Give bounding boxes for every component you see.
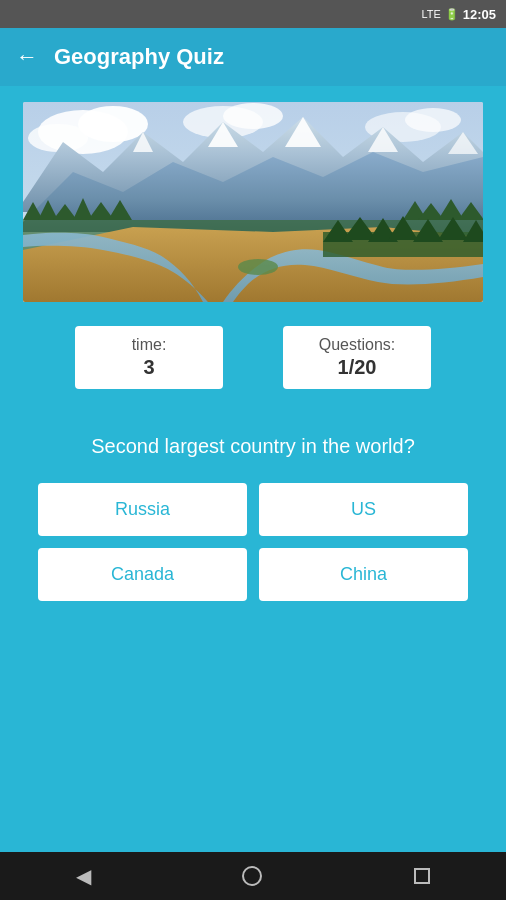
back-nav-icon[interactable]: ◀ <box>76 864 91 888</box>
battery-icon: 🔋 <box>445 8 459 21</box>
page-title: Geography Quiz <box>54 44 224 70</box>
questions-label: Questions: <box>319 336 395 354</box>
question-text: Second largest country in the world? <box>91 433 415 459</box>
quiz-image <box>23 102 483 302</box>
time-label: time: <box>132 336 167 354</box>
lte-icon: LTE <box>421 8 440 20</box>
home-nav-icon[interactable] <box>242 866 262 886</box>
answer-button-1[interactable]: US <box>259 483 468 536</box>
questions-box: Questions: 1/20 <box>283 326 431 389</box>
status-bar: LTE 🔋 12:05 <box>0 0 506 28</box>
answer-button-2[interactable]: Canada <box>38 548 247 601</box>
questions-value: 1/20 <box>338 356 377 379</box>
status-time: 12:05 <box>463 7 496 22</box>
answer-button-3[interactable]: China <box>259 548 468 601</box>
main-content: time: 3 Questions: 1/20 Second largest c… <box>0 86 506 852</box>
svg-point-2 <box>78 106 148 142</box>
recent-nav-icon[interactable] <box>414 868 430 884</box>
time-box: time: 3 <box>75 326 223 389</box>
time-value: 3 <box>143 356 154 379</box>
svg-point-3 <box>28 124 88 152</box>
svg-point-5 <box>223 103 283 129</box>
status-icons: LTE 🔋 12:05 <box>421 7 496 22</box>
back-button[interactable]: ← <box>16 44 38 70</box>
nav-bar: ◀ <box>0 852 506 900</box>
app-bar: ← Geography Quiz <box>0 28 506 86</box>
stats-row: time: 3 Questions: 1/20 <box>75 326 431 389</box>
answers-grid: Russia US Canada China <box>38 483 468 601</box>
svg-point-7 <box>405 108 461 132</box>
svg-point-27 <box>238 259 278 275</box>
answer-button-0[interactable]: Russia <box>38 483 247 536</box>
